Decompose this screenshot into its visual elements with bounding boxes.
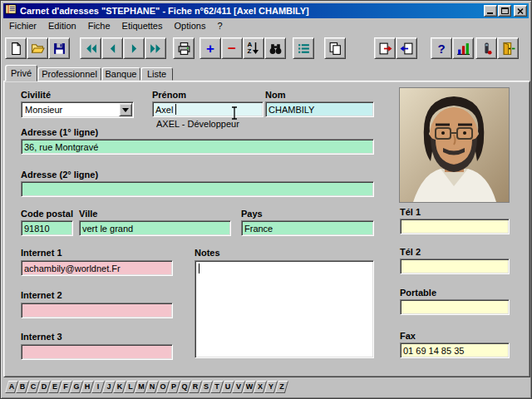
sort-button[interactable]: AZ: [243, 37, 264, 59]
export-card-icon: [378, 42, 392, 56]
civilite-dropdown-button[interactable]: [119, 103, 132, 116]
add-icon: +: [206, 42, 214, 56]
new-card-button[interactable]: [5, 37, 27, 59]
phone-button[interactable]: [475, 37, 497, 59]
add-card-button[interactable]: +: [200, 37, 221, 59]
help-icon: ?: [437, 42, 445, 55]
menu-etiquettes[interactable]: Etiquettes: [116, 19, 169, 34]
civilite-value: Monsieur: [22, 105, 119, 115]
menu-fichier[interactable]: Fichier: [3, 19, 42, 34]
last-record-icon: [149, 42, 163, 56]
adresse1-label: Adresse (1° ligne): [21, 127, 98, 137]
tel1-label: Tél 1: [400, 207, 421, 217]
adresse2-input[interactable]: [21, 181, 374, 197]
save-floppy-icon: [52, 42, 66, 56]
internet1-label: Internet 1: [21, 248, 62, 258]
import-card-icon: [400, 42, 414, 56]
import-card-button[interactable]: [396, 37, 417, 59]
internet3-label: Internet 3: [21, 332, 62, 342]
copy-card-button[interactable]: [324, 37, 346, 59]
fax-input[interactable]: [400, 342, 510, 358]
first-record-icon: [84, 42, 98, 56]
remove-icon: −: [228, 42, 236, 56]
bar-chart-icon: [456, 42, 470, 56]
tel1-input[interactable]: [400, 219, 510, 234]
chevron-down-icon: [122, 108, 129, 112]
civilite-select[interactable]: Monsieur: [21, 101, 134, 118]
internet3-input[interactable]: [21, 344, 173, 360]
close-button[interactable]: [514, 5, 527, 17]
window-title: Carnet d'adresses "STEPHANE" - Fiche n°6…: [20, 6, 483, 16]
list-view-button[interactable]: [293, 37, 314, 59]
portable-label: Portable: [400, 288, 436, 298]
menu-help[interactable]: ?: [211, 19, 228, 34]
minimize-button[interactable]: [484, 5, 497, 17]
tel2-input[interactable]: [400, 259, 510, 274]
code-postal-input[interactable]: [21, 220, 73, 236]
notes-textarea[interactable]: [195, 260, 374, 358]
open-folder-icon: [31, 42, 45, 56]
maximize-button[interactable]: [498, 5, 511, 17]
previous-record-icon: [106, 42, 120, 56]
close-icon: [517, 8, 524, 14]
ibeam-cursor: [230, 106, 239, 120]
export-card-button[interactable]: [374, 37, 396, 59]
prenom-input[interactable]: [152, 101, 264, 117]
next-record-icon: [127, 42, 141, 56]
tab-liste[interactable]: Liste: [140, 67, 173, 81]
quit-button[interactable]: [497, 37, 519, 59]
nom-label: Nom: [265, 90, 285, 100]
last-card-button[interactable]: [145, 37, 166, 59]
delete-card-button[interactable]: −: [221, 37, 243, 59]
copy-icon: [328, 42, 342, 56]
sort-az-icon: AZ: [248, 42, 260, 55]
maximize-icon: [501, 7, 509, 14]
save-button[interactable]: [48, 37, 70, 59]
menu-bar: Fichier Edition Fiche Etiquettes Options…: [3, 19, 529, 34]
menu-options[interactable]: Options: [168, 19, 211, 34]
exit-door-icon: [501, 42, 515, 56]
app-window: Carnet d'adresses "STEPHANE" - Fiche n°6…: [0, 0, 532, 399]
nom-input[interactable]: [265, 101, 374, 117]
find-button[interactable]: [264, 37, 286, 59]
printer-icon: [177, 42, 191, 56]
minimize-icon: [487, 12, 493, 14]
menu-edition[interactable]: Edition: [42, 19, 82, 34]
title-bar[interactable]: Carnet d'adresses "STEPHANE" - Fiche n°6…: [3, 3, 529, 18]
next-card-button[interactable]: [123, 37, 145, 59]
app-icon[interactable]: [5, 3, 17, 18]
pays-input[interactable]: [241, 220, 374, 236]
previous-card-button[interactable]: [101, 37, 123, 59]
ville-input[interactable]: [79, 220, 231, 236]
adresse2-label: Adresse (2° ligne): [21, 170, 98, 180]
portable-input[interactable]: [400, 299, 510, 315]
contact-photo: [399, 87, 510, 203]
civilite-label: Civilité: [21, 90, 51, 100]
new-document-icon: [9, 42, 23, 56]
open-button[interactable]: [27, 37, 48, 59]
text-caret: [175, 104, 176, 115]
fax-label: Fax: [400, 331, 416, 341]
first-card-button[interactable]: [80, 37, 101, 59]
tab-banque[interactable]: Banque: [101, 67, 140, 81]
tel2-label: Tél 2: [400, 247, 421, 257]
help-button[interactable]: ?: [431, 37, 452, 59]
adresse1-input[interactable]: [21, 139, 374, 155]
binoculars-icon: [268, 42, 283, 56]
menu-fiche[interactable]: Fiche: [82, 19, 116, 34]
tab-prive[interactable]: Privé: [5, 65, 37, 81]
pays-label: Pays: [241, 209, 263, 219]
internet2-input[interactable]: [21, 303, 173, 318]
notes-label: Notes: [195, 248, 220, 258]
internet1-input[interactable]: [21, 260, 173, 276]
prenom-hint: AXEL - Développeur: [156, 119, 239, 129]
internet2-label: Internet 2: [21, 290, 62, 300]
phone-icon: [480, 42, 494, 56]
ville-label: Ville: [79, 209, 97, 219]
prenom-label: Prénom: [152, 90, 186, 100]
print-button[interactable]: [173, 37, 195, 59]
statistics-button[interactable]: [452, 37, 474, 59]
letter-tab-z[interactable]: Z: [275, 381, 288, 393]
tab-professionnel[interactable]: Professionnel: [37, 67, 101, 81]
list-icon: [297, 42, 311, 56]
